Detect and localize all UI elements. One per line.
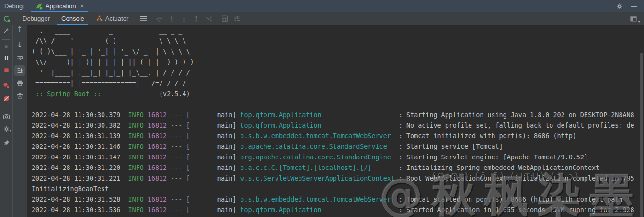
console-line: \\/ ___)| |_)| | | | | || (_| | ) ) ) ): [32, 57, 644, 68]
console-line: ( ( )\___ | '_ | '_| | '_ \/ _` | \ \ \ …: [32, 47, 644, 57]
chevron-down-icon: [9, 130, 12, 132]
toolbar-separator: [217, 15, 217, 23]
stripe-separator: [2, 79, 10, 79]
tab-application-label: Application: [46, 2, 76, 10]
console-action-stripe: ↑ ↓: [13, 25, 27, 217]
console-line: ' |____| .__|_| |_|_| |_\__, | / / / /: [32, 68, 644, 78]
menu-icon[interactable]: [137, 13, 150, 24]
thread-dump-camera-icon[interactable]: [2, 112, 10, 120]
resume-icon[interactable]: [2, 43, 10, 50]
debug-label: Debug:: [4, 2, 24, 10]
vertical-scrollbar[interactable]: [640, 53, 643, 217]
step-out-icon[interactable]: [190, 13, 203, 24]
chevron-down-icon: [638, 21, 641, 23]
hide-icon[interactable]: [631, 6, 637, 7]
down-arrow-glyph: ↓: [17, 41, 23, 48]
tab-actuator-label: Actuator: [105, 15, 128, 22]
tab-console-label: Console: [61, 15, 84, 22]
toolbar-separator: [151, 15, 151, 23]
spring-boot-run-icon: [35, 2, 43, 10]
soft-wrap-icon[interactable]: [16, 54, 23, 61]
stripe-separator: [2, 39, 10, 40]
stripe-separator: [2, 107, 10, 107]
rerun-button[interactable]: [0, 15, 13, 23]
debug-toolbar: Debugger Console Actuator: [0, 12, 644, 25]
tab-debugger-label: Debugger: [23, 15, 50, 22]
up-arrow-glyph: ↑: [17, 25, 23, 33]
tab-application[interactable]: Application ×: [31, 0, 88, 12]
console-line: 2022-04-28 11:30:30.382 INFO 16812 --- […: [32, 121, 644, 131]
layout-settings-icon[interactable]: [629, 13, 641, 24]
debugger-action-stripe: [0, 25, 13, 217]
trace-stream-icon[interactable]: [231, 13, 243, 24]
settings-gear-icon[interactable]: [2, 125, 10, 133]
pin-icon[interactable]: [2, 139, 10, 146]
debug-titlebar: Debug: Application ×: [0, 0, 644, 12]
clear-trash-icon[interactable]: [16, 92, 23, 99]
force-step-into-icon[interactable]: [178, 13, 190, 24]
tab-debugger[interactable]: Debugger: [17, 12, 56, 25]
tab-console[interactable]: Console: [56, 12, 90, 25]
stop-icon[interactable]: [2, 66, 10, 74]
stripe-separator: [2, 136, 10, 136]
console-line: =========|_|==============|___/=/_/_/_/: [32, 78, 644, 89]
view-breakpoints-icon[interactable]: [2, 82, 10, 89]
step-into-icon[interactable]: [165, 13, 178, 24]
tab-actuator[interactable]: Actuator: [90, 12, 134, 25]
pause-icon[interactable]: [2, 54, 10, 62]
console-line: . ____ _ __ _ _: [32, 25, 644, 36]
mute-breakpoints-icon[interactable]: [2, 95, 10, 102]
up-stack-icon[interactable]: ↑: [16, 25, 23, 33]
console-line: [32, 99, 644, 110]
down-stack-icon[interactable]: ↓: [16, 41, 23, 48]
debug-main-area: ↑ ↓: [0, 25, 644, 217]
console-line: 2022-04-28 11:30:31.147 INFO 16812 --- […: [32, 152, 644, 163]
console-line: :: Spring Boot :: (v2.5.4): [32, 89, 644, 99]
scroll-to-end-icon[interactable]: [16, 67, 23, 74]
settings-gear-icon[interactable]: [616, 2, 623, 10]
console-line: /\\ / ___'_ __ _ _(_)_ __ __ _ \ \ \ \: [32, 36, 644, 47]
console-line: 2022-04-28 11:30:31.146 INFO 16812 --- […: [32, 142, 644, 152]
print-icon[interactable]: [16, 79, 23, 87]
actuator-graph-icon: [96, 15, 103, 22]
console-line: 2022-04-28 11:30:30.379 INFO 16812 --- […: [32, 110, 644, 121]
watermark-signature: @秋枫染墨: [379, 166, 643, 217]
step-over-icon[interactable]: [153, 13, 165, 24]
rerun-icon: [3, 15, 11, 23]
console-line: 2022-04-28 11:30:31.139 INFO 16812 --- […: [32, 131, 644, 142]
run-to-cursor-icon[interactable]: [203, 13, 215, 24]
wrench-icon[interactable]: [2, 26, 10, 34]
close-icon[interactable]: ×: [80, 2, 84, 10]
console-output[interactable]: . ____ _ __ _ _ /\\ / ___'_ __ _ _(_)_ _…: [27, 25, 644, 217]
evaluate-expression-icon[interactable]: [218, 13, 231, 24]
